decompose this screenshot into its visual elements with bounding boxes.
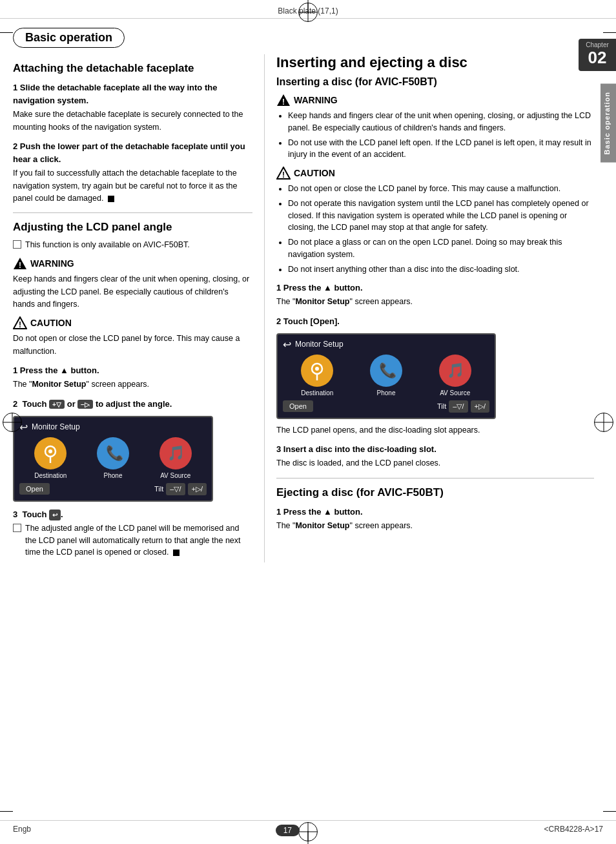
right-column: Inserting and ejecting a disc Inserting … <box>265 54 594 562</box>
right-warning-icon: ! <box>276 93 291 107</box>
left-caution-text: Do not open or close the LCD panel by fo… <box>13 333 252 358</box>
ins-lcd-text: The LCD panel opens, and the disc-loadin… <box>276 424 594 437</box>
open-button-right[interactable]: Open <box>283 400 313 412</box>
checkbox-text: This function is only available on AVIC-… <box>25 239 190 251</box>
right-warning-item-2: Do not use with the LCD panel left open.… <box>288 137 594 161</box>
divider-right <box>276 478 594 479</box>
chapter-num: 02 <box>588 48 607 67</box>
adj-step2-heading: 2 Touch +▽/ or –▷/ to adjust the angle. <box>13 398 252 411</box>
ins-step3-text: The disc is loaded, and the LCD panel cl… <box>276 457 594 469</box>
left-warning-title: ! WARNING <box>13 256 252 271</box>
right-caution-item-1: Do not open or close the LCD panel by fo… <box>288 183 594 195</box>
av-icon-left: 🎵 <box>159 437 192 469</box>
tilt-label-right: Tilt <box>437 402 446 410</box>
section-bar: Basic operation <box>13 28 125 48</box>
monitor-title-right: Monitor Setup <box>295 340 344 349</box>
monitor-header-right: ↩ Monitor Setup <box>283 338 489 351</box>
inserting-title: Inserting and ejecting a disc <box>276 54 594 71</box>
svg-text:!: ! <box>282 98 285 107</box>
phone-label-left: Phone <box>104 472 123 479</box>
svg-text:+▽/: +▽/ <box>52 401 61 408</box>
tilt-label-left: Tilt <box>154 485 163 493</box>
phone-icon-left: 📞 <box>97 437 129 469</box>
svg-point-17 <box>315 367 319 371</box>
inserting-disc-title: Inserting a disc (for AVIC-F50BT) <box>276 76 594 88</box>
right-caution-list: Do not open or close the LCD panel by fo… <box>276 183 594 275</box>
monitor-title-left: Monitor Setup <box>32 422 80 431</box>
right-warning-item-1: Keep hands and fingers clear of the unit… <box>288 110 594 134</box>
right-caution-item-3: Do not place a glass or can on the open … <box>288 236 594 261</box>
checkbox-note: This function is only available on AVIC-… <box>13 239 252 251</box>
tilt-plus-button-right[interactable]: +▷/ <box>471 400 489 413</box>
adjusting-title: Adjusting the LCD panel angle <box>13 221 252 234</box>
right-caution-item-4: Do not insert anything other than a disc… <box>288 263 594 276</box>
adj-step1-heading: 1 Press the ▲ button. <box>13 364 252 377</box>
right-warning-list: Keep hands and fingers clear of the unit… <box>276 110 594 161</box>
footer-left: Engb <box>13 825 31 836</box>
checkbox-icon <box>13 240 21 249</box>
monitor-screenshot-left: ↩ Monitor Setup Destination 📞 Phone <box>13 416 213 502</box>
tilt-plus-button-left[interactable]: +▷/ <box>188 483 207 495</box>
svg-text:!: ! <box>282 170 285 180</box>
dest-icon-left <box>34 437 67 469</box>
ejecting-title: Ejecting a disc (for AVIC-F50BT) <box>276 486 594 499</box>
svg-text:📞: 📞 <box>106 444 124 462</box>
end-mark-2 <box>173 550 180 556</box>
page-num-badge: 17 <box>276 825 300 836</box>
phone-icon-item-right: 📞 Phone <box>370 355 402 396</box>
svg-text:!: ! <box>19 261 21 270</box>
adj-step3-heading: 3 Touch ↩. <box>13 508 252 521</box>
svg-text:🎵: 🎵 <box>167 444 185 462</box>
caution-icon: ! <box>13 316 27 330</box>
monitor-buttons-right: Open Tilt –▽/ +▷/ <box>283 400 489 413</box>
tilt-controls-right: Tilt –▽/ +▷/ <box>437 400 489 413</box>
step1-text: Make sure the detachable faceplate is se… <box>13 108 252 134</box>
svg-text:!: ! <box>19 320 21 329</box>
dest-label-right: Destination <box>301 389 333 396</box>
monitor-icons-left: Destination 📞 Phone 🎵 AV Source <box>19 437 207 479</box>
attaching-title: Attaching the detachable faceplate <box>13 62 252 75</box>
left-warning-text: Keep hands and fingers clear of the unit… <box>13 273 252 311</box>
end-mark-1 <box>108 196 114 202</box>
av-icon-right: 🎵 <box>439 355 471 387</box>
left-column: Attaching the detachable faceplate 1 Sli… <box>13 54 265 562</box>
main-content: Attaching the detachable faceplate 1 Sli… <box>0 48 616 562</box>
svg-point-8 <box>48 449 52 453</box>
footer-right: <CRB4228-A>17 <box>544 825 603 836</box>
tilt-minus-btn[interactable]: –▷/ <box>77 400 93 409</box>
left-caution-block: ! CAUTION Do not open or close the LCD p… <box>13 316 252 358</box>
dest-icon-right <box>301 355 333 387</box>
tilt-minus-button-right[interactable]: –▽/ <box>449 400 467 413</box>
right-caution-block: ! CAUTION Do not open or close the LCD p… <box>276 166 594 275</box>
side-label: Basic operation <box>601 84 616 163</box>
phone-icon-right: 📞 <box>370 355 402 387</box>
right-warning-title: ! WARNING <box>276 93 594 107</box>
divider-1 <box>13 212 252 213</box>
checkbox-icon-2 <box>13 524 21 532</box>
av-label-left: AV Source <box>160 472 190 479</box>
ins-step1-text: The "Monitor Setup" screen appears. <box>276 296 594 308</box>
av-icon-item-left: 🎵 AV Source <box>159 437 192 479</box>
monitor-header-left: ↩ Monitor Setup <box>19 421 207 433</box>
ins-step3-heading: 3 Insert a disc into the disc-loading sl… <box>276 443 594 456</box>
dest-icon-item-left: Destination <box>34 437 67 479</box>
right-caution-item-2: Do not operate this navigation system un… <box>288 198 594 234</box>
adj-step3-note: The adjusted angle of the LCD panel will… <box>25 522 252 559</box>
warning-icon: ! <box>13 256 27 271</box>
chapter-badge: Chapter 02 <box>579 39 616 71</box>
ins-step1-heading: 1 Press the ▲ button. <box>276 282 594 294</box>
monitor-screenshot-right: ↩ Monitor Setup Destination 📞 Phone <box>276 333 496 419</box>
adj-step3-note-wrap: The adjusted angle of the LCD panel will… <box>13 522 252 559</box>
tilt-minus-button-left[interactable]: –▽/ <box>166 483 185 495</box>
right-caution-title: ! CAUTION <box>276 166 594 180</box>
step1-heading: 1 Slide the detachable faceplate all the… <box>13 81 252 107</box>
step2-heading: 2 Push the lower part of the detachable … <box>13 140 252 166</box>
ej-step1-text: The "Monitor Setup" screen appears. <box>276 520 594 532</box>
svg-text:–▷/: –▷/ <box>81 401 90 408</box>
tilt-plus-btn[interactable]: +▽/ <box>49 400 65 409</box>
left-warning-block: ! WARNING Keep hands and fingers clear o… <box>13 256 252 311</box>
section-bar-title: Basic operation <box>25 31 112 44</box>
open-button-left[interactable]: Open <box>19 483 50 495</box>
back-btn-inline[interactable]: ↩ <box>49 509 61 521</box>
phone-icon-item-left: 📞 Phone <box>97 437 129 479</box>
